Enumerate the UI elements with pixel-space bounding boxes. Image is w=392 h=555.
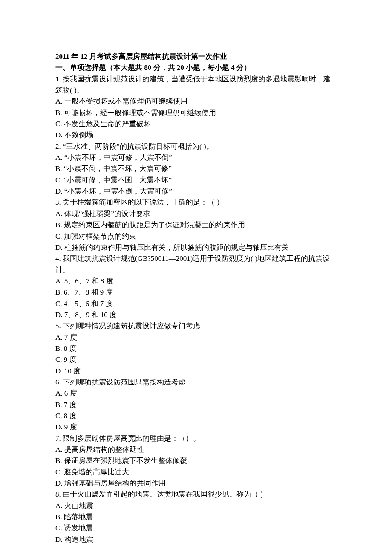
question-stem: 2. “三水准、两阶段”的抗震设防目标可概括为( )。 (55, 141, 337, 152)
question-option: A. 提高房屋结构的整体延性 (55, 444, 337, 455)
question-option: C. 4、5、6 和 7 度 (55, 298, 337, 309)
question-option: A. 7 度 (55, 332, 337, 343)
question-stem: 5. 下列哪种情况的建筑抗震设计应做专门考虑 (55, 321, 337, 332)
question-option: C. 8 度 (55, 410, 337, 422)
question-option: B. 陷落地震 (55, 512, 337, 523)
question-option: C. 9 度 (55, 354, 337, 365)
question-option: C. “小震可修，中震不圃．大震不坏” (55, 175, 337, 186)
question-option: D. 7、8、9 和 10 度 (55, 309, 337, 321)
question-option: A. 火山地震 (55, 500, 337, 512)
question-option: C. 不发生危及生命的严重破坏 (55, 119, 337, 130)
question-option: D. “小震不坏，中震不倒，大震可修” (55, 186, 337, 197)
question-stem: 1. 按我国抗震设计规范设计的建筑，当遭受低于本地区设防烈度的多遇地震影响时，建… (55, 74, 337, 96)
question-option: A. 5、6、7 和 8 度 (55, 276, 337, 287)
question-option: B. 规定约束区内箍筋的肢距是为了保证对混凝土的约束作用 (55, 220, 337, 231)
question-option: A. 体现“强柱弱梁”的设计要求 (55, 208, 337, 220)
question-option: A. 6 度 (55, 388, 337, 399)
question-option: D. 不致倒塌 (55, 130, 337, 141)
question-option: B. “小震不倒，中震不坏，大震可修” (55, 163, 337, 174)
question-option: D. 增强基础与房屋结构的共同作用 (55, 478, 337, 489)
section-header: 一、单项选择题（本大题共 80 分，共 20 小题，每小题 4 分） (55, 62, 337, 73)
question-option: D. 构造地震 (55, 534, 337, 545)
question-option: D. 10 度 (55, 366, 337, 377)
question-option: B. 可能损坏，经一般修理或不需修理仍可继续使用 (55, 107, 337, 119)
question-option: B. 7 度 (55, 399, 337, 410)
question-option: A. “小震不坏，中震可修，大震不倒” (55, 152, 337, 163)
question-stem: 7. 限制多层砌体房屋高宽比的理由是：（）。 (55, 433, 337, 444)
question-stem: 3. 关于柱端箍筋加密区的以下说法，正确的是：（ ） (55, 197, 337, 208)
question-stem: 6. 下列哪项抗震设防范围只需按构造考虑 (55, 377, 337, 388)
question-option: B. 6、7、8 和 9 度 (55, 287, 337, 298)
document-title: 2011 年 12 月考试多高层房屋结构抗震设计第一次作业 (55, 51, 337, 62)
question-option: C. 诱发地震 (55, 523, 337, 534)
question-option: B. 8 度 (55, 343, 337, 354)
question-stem: 8. 由于火山爆发而引起的地震。这类地震在我国很少见。称为（ ） (55, 489, 337, 500)
question-option: B. 保证房屋在强烈地震下不发生整体倾覆 (55, 455, 337, 466)
question-option: C. 避免墙的高厚比过大 (55, 467, 337, 478)
question-option: D. 柱箍筋的约束作用与轴压比有关，所以箍筋的肢距的规定与轴压比有关 (55, 242, 337, 253)
question-option: D. 9 度 (55, 422, 337, 433)
question-option: C. 加强对框架节点的约束 (55, 231, 337, 242)
question-stem: 4. 我国建筑抗震设计规范(GB?50011—2001)适用于设防烈度为( )地… (55, 253, 337, 276)
question-option: A. 一般不受损坏或不需修理仍可继续使用 (55, 96, 337, 107)
